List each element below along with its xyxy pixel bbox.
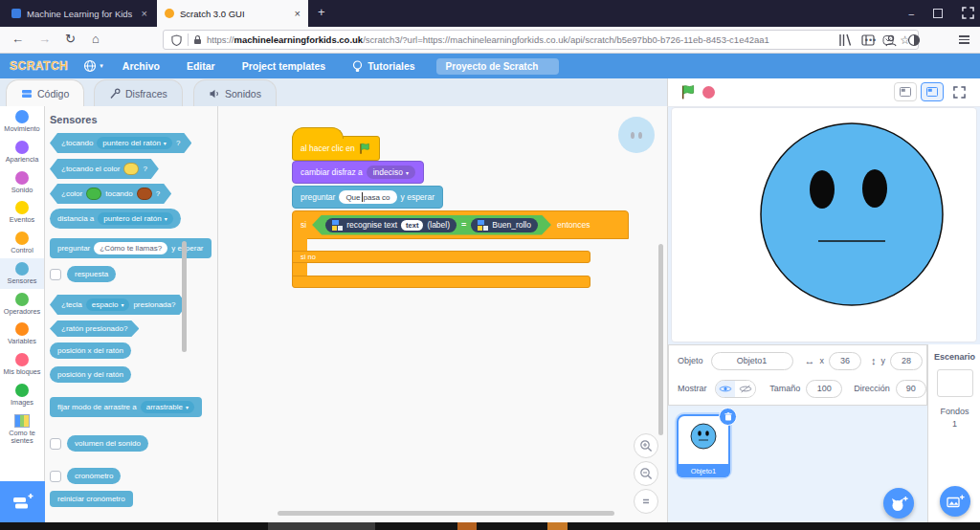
canvas-horizontal-scrollbar[interactable] (278, 511, 614, 516)
hide-sprite-button[interactable] (735, 381, 755, 397)
shield-icon[interactable] (171, 34, 182, 46)
new-tab-button[interactable]: + (318, 5, 325, 19)
color-swatch[interactable] (123, 163, 139, 175)
close-tab-icon[interactable]: × (295, 8, 301, 19)
close-tab-icon[interactable]: × (142, 8, 147, 19)
green-flag-icon[interactable] (680, 84, 697, 100)
block-else[interactable]: si no (292, 251, 590, 263)
category-mis-bloques[interactable]: Mis bloques (0, 349, 44, 380)
browser-tab-ml4k[interactable]: Machine Learning for Kids × (4, 0, 155, 27)
add-sprite-button[interactable] (883, 488, 914, 519)
palette-block[interactable]: posición y del ratón (50, 366, 131, 383)
forward-icon[interactable]: → (38, 32, 51, 48)
block-if-then[interactable]: si recognise text text (label) = (292, 210, 629, 239)
palette-block[interactable]: reiniciar cronómetro (50, 491, 133, 507)
monitor-checkbox[interactable] (50, 269, 61, 280)
text-arg[interactable]: text (401, 220, 423, 231)
category-control[interactable]: Control (0, 228, 44, 258)
language-selector[interactable]: ▾ (83, 59, 103, 73)
block-ask-and-wait[interactable]: preguntar Que pasa co y esperar (292, 186, 443, 209)
sprite-smiley-face[interactable] (672, 108, 976, 342)
palette-block[interactable]: ¿colortocando? (50, 184, 171, 204)
home-icon[interactable]: ⌂ (92, 32, 100, 48)
fullscreen-button[interactable] (962, 7, 974, 21)
restore-button[interactable] (933, 9, 943, 18)
monitor-checkbox[interactable] (50, 438, 61, 450)
block-dropdown[interactable]: puntero del ratón▾ (97, 137, 172, 149)
category-eventos[interactable]: Eventos (0, 197, 44, 228)
palette-block[interactable]: ¿tocando el color? (50, 159, 159, 179)
category-movimiento[interactable]: Movimiento (0, 106, 44, 137)
palette-block[interactable]: ¿teclaespacio▾presionada? (50, 295, 187, 315)
minimize-button[interactable]: – (908, 9, 914, 19)
scratch-logo[interactable]: SCRATCH (10, 59, 68, 73)
palette-block[interactable]: volumen del sonido (67, 435, 148, 452)
fullscreen-stage-button[interactable] (947, 82, 970, 101)
reload-icon[interactable]: ↻ (65, 32, 76, 48)
block-text-input[interactable]: ¿Cómo te llamas? (94, 242, 167, 254)
zoom-out-button[interactable] (634, 461, 658, 486)
large-stage-button[interactable] (921, 82, 944, 101)
menu-archivo[interactable]: Archivo (109, 60, 173, 72)
palette-block[interactable]: respuesta (67, 266, 116, 282)
project-name-input[interactable]: Proyecto de Scratch (436, 58, 559, 75)
tab-sonidos[interactable]: Sonidos (193, 79, 277, 106)
costume-dropdown[interactable]: indeciso ▾ (367, 166, 415, 179)
menu-editar[interactable]: Editar (173, 60, 229, 72)
sidebar-icon[interactable] (861, 33, 875, 47)
code-canvas[interactable]: al hacer clic en cambiar disfraz a indec… (218, 106, 667, 521)
palette-block[interactable]: cronómetro (67, 468, 121, 484)
sprite-name-input[interactable]: Objeto1 (711, 352, 793, 370)
palette-block[interactable]: preguntar¿Cómo te llamas?y esperar (50, 238, 212, 258)
recognise-text-block[interactable]: recognise text text (label) (325, 218, 457, 232)
account-icon[interactable] (884, 33, 898, 47)
block-dropdown[interactable]: arrastrable▾ (141, 401, 194, 413)
zoom-in-button[interactable] (634, 433, 658, 458)
zoom-reset-button[interactable] (634, 489, 658, 514)
menu-project-templates[interactable]: Project templates (229, 60, 340, 72)
block-dropdown[interactable]: puntero del ratón▾ (98, 212, 173, 225)
size-input[interactable]: 100 (806, 380, 842, 398)
small-stage-button[interactable] (894, 82, 917, 101)
category-como-te-sientes[interactable]: Como te sientes (0, 410, 44, 450)
menu-icon[interactable] (959, 35, 969, 44)
palette-block[interactable]: distancia apuntero del ratón▾ (50, 209, 181, 229)
color-swatch[interactable] (137, 188, 152, 200)
stop-icon[interactable] (702, 86, 715, 99)
canvas-vertical-scrollbar[interactable] (658, 244, 663, 435)
url-bar[interactable]: https://machinelearningforkids.co.uk/scr… (163, 30, 919, 50)
stage[interactable] (671, 107, 977, 342)
category-operadores[interactable]: Operadores (0, 289, 44, 320)
category-sensores[interactable]: Sensores (0, 258, 44, 289)
palette-scrollbar[interactable] (182, 241, 187, 352)
equals-operator-block[interactable]: recognise text text (label) = Buen_rollo (312, 215, 551, 235)
palette-block[interactable]: ¿ratón presionado? (50, 320, 139, 337)
direction-input[interactable]: 90 (896, 380, 926, 398)
y-input[interactable]: 28 (890, 352, 923, 370)
menu-tutoriales[interactable]: Tutoriales (339, 60, 428, 73)
backdrop-thumbnail[interactable] (937, 369, 973, 397)
tab-codigo[interactable]: Código (6, 79, 84, 106)
add-extension-button[interactable] (0, 481, 45, 522)
block-switch-costume[interactable]: cambiar disfraz a indeciso ▾ (292, 161, 424, 184)
category-images[interactable]: Images (0, 380, 44, 410)
browser-tab-scratch[interactable]: Scratch 3.0 GUI × (157, 0, 308, 27)
label-reporter-block[interactable]: Buen_rollo (471, 218, 538, 232)
sprite-card-objeto1[interactable]: Objeto1 (677, 414, 730, 477)
back-icon[interactable]: ← (11, 32, 24, 48)
category-sonido[interactable]: Sonido (0, 167, 44, 198)
add-backdrop-button[interactable] (940, 486, 970, 517)
delete-sprite-button[interactable] (719, 408, 737, 426)
category-variables[interactable]: Variables (0, 319, 44, 349)
block-dropdown[interactable]: espacio▾ (86, 298, 130, 311)
x-input[interactable]: 36 (829, 352, 861, 370)
library-icon[interactable] (838, 33, 852, 47)
palette-block[interactable]: fijar modo de arrastre aarrastrable▾ (50, 397, 202, 417)
extension-badge-icon[interactable] (907, 33, 921, 47)
tab-disfraces[interactable]: Disfraces (94, 79, 183, 106)
palette-block[interactable]: posición x del ratón (50, 342, 131, 359)
show-sprite-button[interactable] (716, 381, 736, 397)
monitor-checkbox[interactable] (50, 471, 61, 482)
color-swatch[interactable] (86, 188, 101, 200)
stage-backdrop-panel[interactable]: Escenario Fondos 1 (927, 344, 980, 530)
